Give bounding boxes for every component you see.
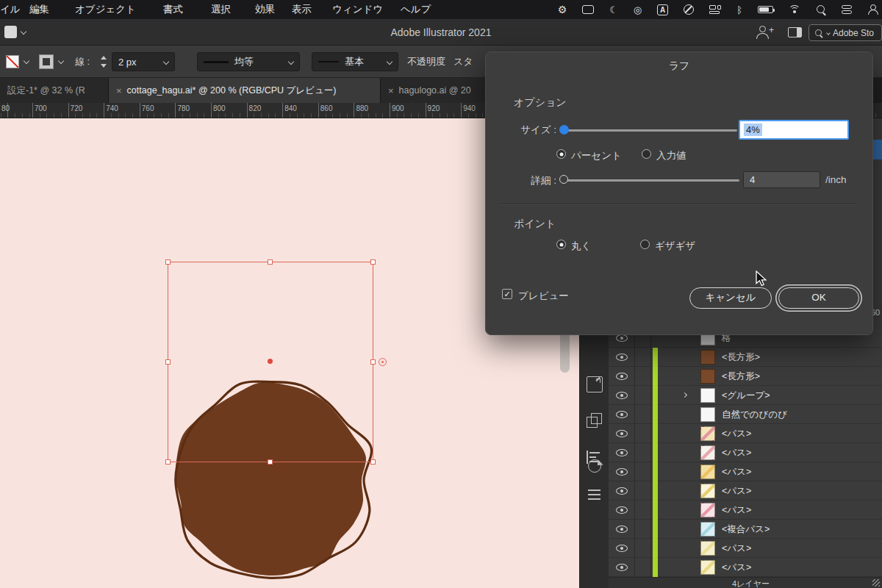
lock-cell[interactable] [635,520,651,539]
menu-item[interactable]: 効果 [255,0,275,19]
layer-row[interactable]: <パス> [609,481,882,501]
eye-icon[interactable] [616,354,628,361]
document-tab[interactable]: 設定-1* @ 32 % (R [0,78,109,103]
layer-row[interactable]: <長方形> [609,348,882,367]
menu-item[interactable]: 書式 [163,0,183,19]
visibility-cell[interactable] [609,481,635,501]
fill-chevron-icon[interactable] [24,58,29,64]
canvas-scrollbar[interactable] [560,332,570,373]
lock-cell[interactable] [635,462,651,481]
handle-bottom-left[interactable] [165,459,171,465]
layer-row[interactable]: <パス> [609,443,882,462]
eye-icon[interactable] [616,564,628,571]
handle-top-right[interactable] [370,259,376,265]
visibility-cell[interactable] [609,443,635,462]
cancel-button[interactable]: キャンセル [689,287,772,309]
corner-widget-icon[interactable] [379,358,387,366]
eye-icon[interactable] [616,468,628,476]
layer-row[interactable]: <パス> [609,539,882,558]
dialog-title[interactable]: ラフ [486,60,872,73]
title-bar[interactable]: Adobe Illustrator 2021 + Adobe Sto [0,19,882,46]
tab-close-icon[interactable]: × [116,85,122,96]
export-icon[interactable] [587,376,603,392]
lock-cell[interactable] [635,443,651,462]
size-slider-track[interactable] [562,129,737,132]
visibility-cell[interactable] [609,539,635,558]
lock-cell[interactable] [635,405,651,424]
visibility-cell[interactable] [609,501,635,520]
layer-row[interactable]: <パス> [609,424,882,443]
eye-icon[interactable] [616,373,628,380]
handle-top-left[interactable] [165,259,171,265]
layer-row[interactable]: <パス> [609,501,882,520]
absolute-radio[interactable] [642,149,651,159]
screen-record-icon[interactable]: ◎ [634,4,642,15]
size-input[interactable]: 4% [739,120,849,140]
expand-chevron-icon[interactable] [682,392,687,398]
fill-none-swatch[interactable] [6,55,19,68]
lock-cell[interactable] [635,424,651,443]
eye-icon[interactable] [616,526,628,533]
visibility-cell[interactable] [609,558,635,577]
control-center-icon[interactable] [842,5,852,14]
lock-cell[interactable] [635,386,651,405]
menu-item[interactable]: 選択 [211,0,231,19]
visibility-cell[interactable] [609,405,635,424]
handle-middle-left[interactable] [165,359,171,365]
share-document-icon[interactable] [756,26,770,39]
stroke-swatch[interactable] [40,55,53,68]
wifi-icon[interactable] [789,5,800,14]
settings-icon[interactable]: ⚙ [558,4,567,15]
layer-row[interactable]: <グループ> [609,386,882,405]
panel-toggle-icon[interactable] [788,27,802,37]
share-plus-icon[interactable]: + [769,25,774,35]
visibility-cell[interactable] [609,348,635,367]
user-menu-icon[interactable] [867,4,878,15]
visibility-cell[interactable] [609,386,635,405]
mission-control-icon[interactable] [709,5,721,14]
eye-icon[interactable] [616,392,628,399]
battery-icon[interactable] [758,6,773,13]
detail-slider-thumb[interactable] [559,175,568,184]
menu-item[interactable]: ヘルプ [401,0,431,19]
document-tab[interactable]: ×cottage_hagu.ai* @ 200 % (RGB/CPU プレビュー… [109,78,381,103]
corner-radio[interactable] [640,240,650,249]
handle-bottom-middle[interactable] [268,459,273,465]
menu-item[interactable]: 表示 [292,0,312,19]
preview-checkbox[interactable]: ✓ [502,289,512,299]
panel-menu-icon[interactable] [587,487,603,503]
tab-close-icon[interactable]: × [388,85,394,96]
spotlight-icon[interactable] [816,4,826,15]
artboards-icon[interactable] [587,413,603,429]
lock-cell[interactable] [635,558,651,577]
menu-item[interactable]: 編集 [29,0,49,19]
visibility-cell[interactable] [609,462,635,481]
menu-item[interactable]: ウィンドウ [332,0,383,19]
layer-row[interactable]: <長方形> [609,367,882,386]
visibility-cell[interactable] [609,520,635,539]
percent-radio[interactable] [556,149,566,159]
lock-cell[interactable] [635,348,651,367]
layer-row[interactable]: <パス> [609,558,882,577]
resize-grip-icon[interactable] [872,579,880,587]
layer-row[interactable]: 自然でのびのび [609,405,882,424]
smooth-radio[interactable] [556,240,566,249]
input-source-icon[interactable]: A [657,4,668,15]
handle-bottom-right[interactable] [370,459,376,465]
layer-row[interactable]: <パス> [609,462,882,481]
eye-icon[interactable] [616,430,628,437]
do-not-disturb-icon[interactable] [684,4,694,15]
size-slider-thumb[interactable] [559,125,569,135]
eye-icon[interactable] [616,506,628,514]
eye-icon[interactable] [616,411,628,418]
visibility-cell[interactable] [609,367,635,386]
menu-item[interactable]: オブジェクト [75,0,136,19]
bluetooth-icon[interactable]: ᛒ [736,4,742,15]
eye-icon[interactable] [616,487,628,495]
lock-cell[interactable] [635,539,651,558]
lock-cell[interactable] [635,367,651,386]
lock-cell[interactable] [635,501,651,520]
brush-dropdown[interactable]: 基本 [312,52,398,71]
width-profile-dropdown[interactable]: 均等 [197,52,300,71]
stroke-chevron-icon[interactable] [58,58,64,64]
